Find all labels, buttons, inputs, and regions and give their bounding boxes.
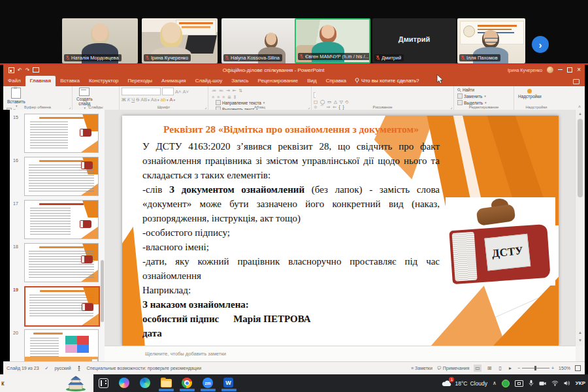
accessibility-status[interactable]: Специальные возможности: проверьте реком… [87,366,202,370]
alignment-icons[interactable]: ≡ ≡ ≡ ≣ ⫴ [212,95,243,100]
addins-button[interactable]: Надстройки [516,88,544,99]
restore-button[interactable] [567,67,572,73]
tab-insert[interactable]: Вставка [56,76,84,86]
text-direction-button[interactable]: Направление текста [216,100,276,105]
font-color-icon[interactable]: А [169,97,175,103]
slide-thumbnail[interactable] [24,114,99,153]
replace-button[interactable]: Заменить [457,93,487,99]
underline-button[interactable]: Ч [131,97,135,103]
minimize-button[interactable] [558,69,563,70]
file-explorer-button[interactable] [161,378,172,389]
undo-icon[interactable]: ↶ [18,67,22,73]
signed-in-user[interactable]: Ірина Кучеренко [508,68,542,73]
thumbnail-row[interactable]: 20 [10,329,105,362]
close-button[interactable]: × [577,67,581,73]
bold-button[interactable]: Ж [122,97,126,103]
next-slide-icon[interactable]: ▼ [576,336,585,344]
char-spacing-icon[interactable]: АВ [140,97,150,103]
zoom-slider-thumb[interactable] [534,366,536,370]
dialog-launcher-icon[interactable]: ⌟ [69,105,71,109]
tab-slideshow[interactable]: Слайд-шоу [191,76,227,86]
zoom-level[interactable]: 150% [559,366,570,370]
thumbnail-row[interactable]: 18 [10,243,105,285]
font-size-box[interactable] [162,88,174,95]
thumbnail-row[interactable]: 16 [10,157,105,199]
slide-thumbnail-selected[interactable] [24,286,100,327]
comments-toggle-button[interactable]: 🗩 Примечания [437,366,469,370]
camera-icon[interactable] [539,381,546,386]
notes-toggle-button[interactable]: ≡ Заметки [411,366,433,370]
weather-widget[interactable]: 1 18°C Cloudy [442,380,487,387]
grow-font-icon[interactable]: А˄ [175,89,181,95]
slide-canvas[interactable]: ДСТУ Реквізит 28 «Відмітка про ознайомле… [122,116,559,346]
slide-body-text[interactable]: У ДСТУ 4163:2020 з’явився реквізит 28, щ… [142,139,440,340]
normal-view-button[interactable]: ▭ [474,365,482,372]
previous-slide-icon[interactable]: ▲ [576,329,585,336]
participant-tile[interactable]: Halyna Kossova-Silina [221,18,297,63]
slideshow-view-button[interactable]: ▸ [508,365,513,372]
save-icon[interactable] [8,67,14,73]
notes-pane[interactable]: Щелкните, чтобы добавить заметки [105,346,576,363]
collapse-ribbon-icon[interactable]: ˄ [578,105,581,109]
chrome-button[interactable] [182,378,193,389]
participant-tile-active-speaker[interactable]: Євген МАМЧУР (h.m / his /... [295,18,370,63]
tab-view[interactable]: Вид [302,76,321,86]
slide-sorter-view-button[interactable]: ⊞ [486,365,493,372]
word-button[interactable]: W [223,378,235,389]
tab-record[interactable]: Запись [227,76,253,86]
spellcheck-icon[interactable]: ✓ [45,366,49,371]
slide-title[interactable]: Реквізит 28 «Відмітка про ознайомлення з… [142,123,440,135]
tab-file[interactable]: Файл [3,76,25,86]
thumbnail-scrollbar[interactable] [101,260,104,322]
edge-button[interactable] [140,378,151,389]
zoom-app-button[interactable]: zm [203,378,214,389]
zoom-in-icon[interactable]: + [551,366,554,370]
slideshow-icon[interactable] [33,67,39,73]
fit-slide-icon[interactable] [575,365,581,371]
copilot-button[interactable] [119,378,130,389]
thumbnail-row[interactable]: 17 [10,200,105,242]
vertical-scrollbar[interactable]: ▲ ▲ ▼ [575,110,585,346]
participant-tile[interactable]: Ілля Пахомов [457,18,525,63]
bullets-numbering-icons[interactable]: ≔ ≕ ⇥ ⇤ ⇅ [212,88,243,93]
highlight-color-icon[interactable]: ab [161,97,169,103]
thumbnail-row[interactable]: 19 [10,286,105,328]
slide-thumbnail[interactable] [24,200,99,239]
wifi-icon[interactable] [551,380,559,386]
tab-review[interactable]: Рецензирование [253,76,302,86]
redo-icon[interactable]: ↷ [25,67,30,73]
participant-tile[interactable]: Дмитрий Дмитрий [372,18,456,63]
participant-tile[interactable]: Наталія Мордовцева [62,18,138,63]
slide-thumbnail[interactable] [24,243,99,282]
slide-thumbnail[interactable] [24,157,99,196]
feedback-icon[interactable] [573,79,580,84]
dialog-launcher-icon[interactable]: ⌟ [204,105,206,109]
slide-thumbnail[interactable] [24,329,99,362]
next-participants-button[interactable]: › [532,36,549,53]
antivirus-icon[interactable] [502,380,510,387]
change-case-icon[interactable]: Аа [151,97,159,103]
task-view-button[interactable] [98,378,109,389]
zoom-out-icon[interactable]: − [517,366,520,370]
cast-screen-icon[interactable] [515,380,523,387]
scroll-up-icon[interactable]: ▲ [576,110,585,118]
tab-design[interactable]: Конструктор [84,76,123,86]
tray-overflow-icon[interactable]: ∧ [493,380,497,386]
italic-button[interactable]: К [127,97,130,103]
user-avatar[interactable] [547,67,553,73]
tab-home[interactable]: Главная [25,76,56,86]
font-name-box[interactable] [122,88,161,95]
keyboard-language[interactable]: УКР [576,380,585,386]
volume-icon[interactable] [564,380,570,386]
language-status[interactable]: русский [54,366,71,370]
tab-animations[interactable]: Анимация [157,76,191,86]
participant-tile[interactable]: Ірина Кучеренко [142,18,218,63]
scrollbar-thumb[interactable] [578,119,583,197]
microphone-icon[interactable] [529,380,534,387]
reading-view-button[interactable]: ▯ [497,365,502,372]
find-button[interactable]: Найти [457,88,487,92]
thumbnail-row[interactable]: 15 [10,114,105,155]
tell-me-box[interactable]: Что вы хотите сделать? [351,78,423,86]
select-button[interactable]: Выделить [457,100,487,105]
tab-transitions[interactable]: Переходы [123,76,157,86]
